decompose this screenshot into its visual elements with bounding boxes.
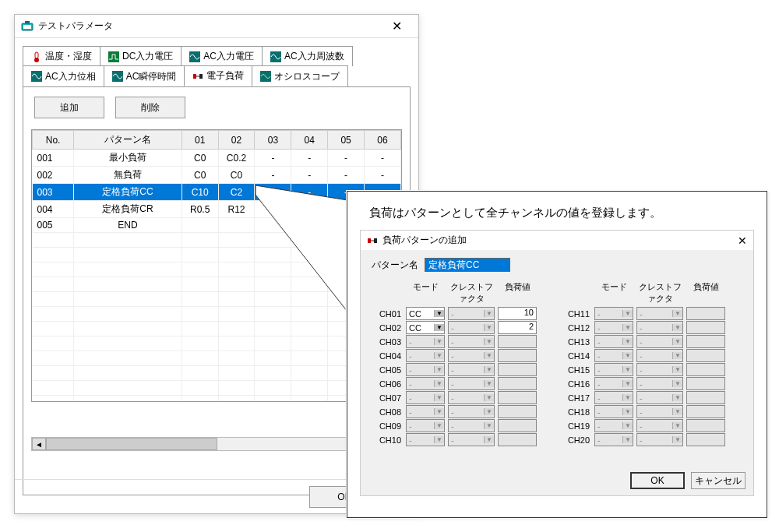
sub-cancel-button[interactable]: キャンセル — [691, 472, 746, 489]
table-row-empty — [33, 292, 401, 307]
col-header[interactable]: No. — [33, 131, 74, 150]
crestfactor-select[interactable]: -▼ — [636, 363, 683, 376]
channel-row: CH13-▼-▼ — [560, 335, 725, 348]
col-header[interactable]: 04 — [291, 131, 328, 150]
svg-rect-2 — [25, 21, 30, 23]
header-cf: クレストファクタ — [448, 281, 495, 305]
chevron-down-icon: ▼ — [434, 422, 444, 429]
channel-row: CH09-▼-▼ — [372, 419, 537, 432]
crestfactor-select[interactable]: -▼ — [448, 363, 495, 376]
svg-rect-17 — [374, 238, 377, 243]
chevron-down-icon: ▼ — [672, 324, 682, 331]
load-value-input — [686, 419, 725, 432]
mode-select[interactable]: -▼ — [406, 377, 445, 390]
load-value-input[interactable]: 10 — [498, 307, 537, 320]
col-header[interactable]: 02 — [218, 131, 255, 150]
sine-icon — [31, 71, 42, 82]
crestfactor-select[interactable]: -▼ — [636, 349, 683, 362]
mode-select[interactable]: -▼ — [594, 391, 633, 404]
mode-select[interactable]: -▼ — [406, 349, 445, 362]
mode-select[interactable]: -▼ — [406, 391, 445, 404]
delete-button[interactable]: 削除 — [115, 97, 185, 118]
cell-val: R12 — [218, 201, 255, 218]
crestfactor-select[interactable]: -▼ — [448, 335, 495, 348]
col-header[interactable]: 05 — [328, 131, 365, 150]
channel-label: CH02 — [372, 323, 403, 333]
add-button[interactable]: 追加 — [34, 97, 104, 118]
tab-2-2[interactable]: 電子負荷 — [184, 65, 252, 86]
col-header[interactable]: 06 — [365, 131, 401, 150]
close-button[interactable]: ✕ — [381, 19, 412, 33]
channel-label: CH17 — [560, 393, 591, 403]
crestfactor-select[interactable]: -▼ — [636, 335, 683, 348]
svg-rect-11 — [199, 74, 203, 79]
scroll-thumb[interactable] — [46, 438, 217, 450]
cell-val — [291, 218, 328, 233]
crestfactor-select[interactable]: -▼ — [636, 419, 683, 432]
crestfactor-select[interactable]: -▼ — [636, 307, 683, 320]
channel-label: CH06 — [372, 379, 403, 389]
table-row[interactable]: 001最小負荷C0C0.2---- — [33, 150, 401, 167]
table-row[interactable]: 003定格負荷CCC10C2---- — [33, 184, 401, 201]
channel-row: CH10-▼-▼ — [372, 433, 537, 446]
crestfactor-select[interactable]: -▼ — [448, 419, 495, 432]
crestfactor-select[interactable]: -▼ — [448, 391, 495, 404]
load-value-input[interactable]: 2 — [498, 321, 537, 334]
chevron-down-icon: ▼ — [484, 352, 494, 359]
mode-select[interactable]: -▼ — [594, 377, 633, 390]
mode-select[interactable]: -▼ — [406, 419, 445, 432]
mode-select[interactable]: -▼ — [406, 335, 445, 348]
chevron-down-icon: ▼ — [622, 366, 633, 373]
tab-1-1[interactable]: DC入力電圧 — [100, 46, 182, 66]
mode-select[interactable]: -▼ — [594, 307, 633, 320]
mode-select[interactable]: -▼ — [594, 335, 633, 348]
table-row[interactable]: 005END — [33, 218, 401, 233]
channel-label: CH11 — [560, 309, 591, 319]
crestfactor-select[interactable]: -▼ — [636, 433, 683, 446]
tab-label: 電子負荷 — [206, 69, 244, 83]
tab-1-3[interactable]: AC入力周波数 — [262, 46, 353, 66]
mode-select[interactable]: -▼ — [594, 433, 633, 446]
crestfactor-select[interactable]: -▼ — [448, 433, 495, 446]
crestfactor-select[interactable]: -▼ — [448, 321, 495, 334]
scroll-left-button[interactable]: ◄ — [32, 438, 46, 450]
mode-select[interactable]: -▼ — [406, 433, 445, 446]
crestfactor-select[interactable]: -▼ — [636, 321, 683, 334]
mode-select[interactable]: CC▼ — [406, 307, 445, 320]
mode-select[interactable]: -▼ — [406, 363, 445, 376]
crestfactor-select[interactable]: -▼ — [636, 377, 683, 390]
chevron-down-icon: ▼ — [434, 324, 444, 331]
channel-row: CH08-▼-▼ — [372, 405, 537, 418]
tab-1-2[interactable]: AC入力電圧 — [181, 46, 263, 66]
col-header[interactable]: 01 — [182, 131, 218, 150]
svg-rect-3 — [35, 52, 38, 58]
col-header[interactable]: 03 — [255, 131, 291, 150]
load-value-input — [498, 377, 537, 390]
channel-row: CH04-▼-▼ — [372, 349, 537, 362]
tab-1-0[interactable]: 温度・湿度 — [23, 46, 100, 66]
mode-select[interactable]: -▼ — [594, 405, 633, 418]
col-header[interactable]: パターン名 — [74, 131, 182, 150]
cell-val: C0 — [182, 167, 218, 184]
crestfactor-select[interactable]: -▼ — [448, 405, 495, 418]
mode-select[interactable]: -▼ — [594, 363, 633, 376]
mode-select[interactable]: -▼ — [594, 349, 633, 362]
tab-2-3[interactable]: オシロスコープ — [252, 65, 348, 86]
crestfactor-select[interactable]: -▼ — [636, 405, 683, 418]
table-row[interactable]: 002無負荷C0C0---- — [33, 167, 401, 184]
mode-select[interactable]: CC▼ — [406, 321, 445, 334]
sub-close-button[interactable]: ✕ — [738, 234, 747, 247]
pattern-name-input[interactable] — [425, 258, 510, 272]
crestfactor-select[interactable]: -▼ — [448, 349, 495, 362]
mode-select[interactable]: -▼ — [406, 405, 445, 418]
table-row-empty — [33, 322, 401, 336]
crestfactor-select[interactable]: -▼ — [636, 391, 683, 404]
sub-ok-button[interactable]: OK — [630, 472, 685, 489]
mode-select[interactable]: -▼ — [594, 419, 633, 432]
crestfactor-select[interactable]: -▼ — [448, 377, 495, 390]
crestfactor-select[interactable]: -▼ — [448, 307, 495, 320]
tab-2-0[interactable]: AC入力位相 — [23, 65, 104, 86]
mode-select[interactable]: -▼ — [594, 321, 633, 334]
tab-2-1[interactable]: AC瞬停時間 — [104, 65, 185, 86]
table-row[interactable]: 004定格負荷CRR0.5R12---- — [33, 201, 401, 218]
